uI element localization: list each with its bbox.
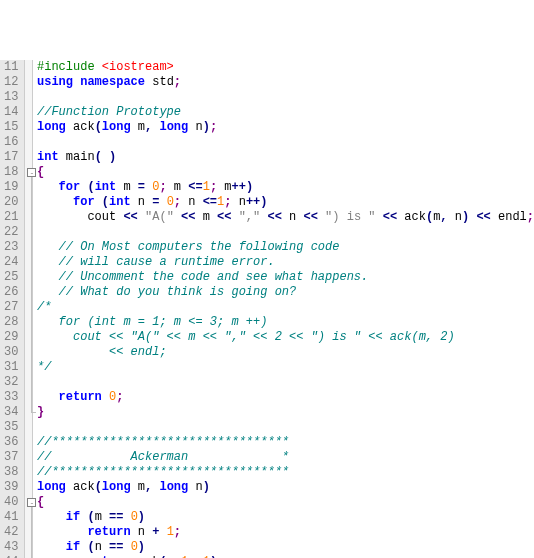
- token-id: endl: [491, 210, 527, 224]
- line-number: 23: [4, 240, 18, 255]
- token-id: [159, 195, 166, 209]
- token-op: <<: [123, 210, 137, 224]
- token-num: 0: [167, 195, 174, 209]
- code-line[interactable]: long ack(long m, long n);: [37, 120, 534, 135]
- code-line[interactable]: [37, 375, 534, 390]
- token-id: n: [448, 210, 462, 224]
- token-op: <=: [203, 195, 217, 209]
- code-line[interactable]: [37, 225, 534, 240]
- line-number: 36: [4, 435, 18, 450]
- code-line[interactable]: [37, 420, 534, 435]
- fold-toggle-icon[interactable]: -: [27, 498, 36, 507]
- code-line[interactable]: << endl;: [37, 345, 534, 360]
- token-id: [37, 510, 66, 524]
- token-kw: if: [66, 540, 80, 554]
- token-id: [159, 525, 166, 539]
- code-line[interactable]: int main( ): [37, 150, 534, 165]
- code-line[interactable]: for (int m = 1; m <= 3; m ++): [37, 315, 534, 330]
- fold-column[interactable]: --: [25, 60, 33, 558]
- token-id: n: [188, 480, 202, 494]
- code-line[interactable]: }: [37, 405, 534, 420]
- line-number: 12: [4, 75, 18, 90]
- token-brace: }: [37, 405, 44, 419]
- line-number: 34: [4, 405, 18, 420]
- code-line[interactable]: //*********************************: [37, 435, 534, 450]
- token-id: [95, 195, 102, 209]
- code-line[interactable]: cout << "A(" << m << "," << 2 << ") is "…: [37, 330, 534, 345]
- code-line[interactable]: //Function Prototype: [37, 105, 534, 120]
- token-op: (: [95, 120, 102, 134]
- token-id: n: [231, 195, 245, 209]
- token-op: <<: [217, 210, 231, 224]
- code-area[interactable]: #include <iostream>using namespace std; …: [33, 60, 534, 558]
- code-line[interactable]: if (n == 0): [37, 540, 534, 555]
- code-line[interactable]: /*: [37, 300, 534, 315]
- token-cmt: << endl;: [37, 345, 167, 359]
- code-line[interactable]: return n + 1;: [37, 525, 534, 540]
- token-op: <=: [188, 180, 202, 194]
- token-id: ack: [397, 210, 426, 224]
- token-kw: long: [102, 120, 131, 134]
- code-line[interactable]: long ack(long m, long n): [37, 480, 534, 495]
- code-line[interactable]: {: [37, 495, 534, 510]
- token-op: ==: [109, 540, 123, 554]
- code-line[interactable]: {: [37, 165, 534, 180]
- code-line[interactable]: using namespace std;: [37, 75, 534, 90]
- token-op: <<: [383, 210, 397, 224]
- code-line[interactable]: #include <iostream>: [37, 60, 534, 75]
- token-op: <<: [304, 210, 318, 224]
- token-semi: ;: [174, 525, 181, 539]
- token-id: ack: [66, 120, 95, 134]
- token-op: =: [138, 180, 145, 194]
- code-line[interactable]: [37, 135, 534, 150]
- token-cmt: // On Most computers the following code: [59, 240, 340, 254]
- line-number: 16: [4, 135, 18, 150]
- token-cmt: for (int m = 1; m <= 3; m ++): [37, 315, 267, 329]
- code-line[interactable]: return 0;: [37, 390, 534, 405]
- code-line[interactable]: // What do you think is going on?: [37, 285, 534, 300]
- token-id: [231, 210, 238, 224]
- token-id: [37, 390, 59, 404]
- token-op: <<: [476, 210, 490, 224]
- token-id: [138, 210, 145, 224]
- token-id: cout: [37, 210, 123, 224]
- token-pp: #include: [37, 60, 102, 74]
- token-cmt: */: [37, 360, 51, 374]
- token-semi: ;: [174, 195, 181, 209]
- token-id: n: [131, 525, 153, 539]
- code-line[interactable]: // will cause a runtime error.: [37, 255, 534, 270]
- code-line[interactable]: //*********************************: [37, 465, 534, 480]
- token-op: ++): [231, 180, 253, 194]
- token-str: ",": [239, 210, 261, 224]
- token-cmt: //*********************************: [37, 465, 289, 479]
- token-kw: long: [102, 480, 131, 494]
- code-line[interactable]: */: [37, 360, 534, 375]
- code-line[interactable]: if (m == 0): [37, 510, 534, 525]
- code-line[interactable]: // On Most computers the following code: [37, 240, 534, 255]
- line-number: 25: [4, 270, 18, 285]
- code-line[interactable]: [37, 90, 534, 105]
- token-kw: return: [59, 390, 102, 404]
- code-line[interactable]: for (int m = 0; m <=1; m++): [37, 180, 534, 195]
- code-line[interactable]: // Ackerman *: [37, 450, 534, 465]
- token-id: m: [167, 180, 189, 194]
- token-op: (: [95, 150, 102, 164]
- line-number: 30: [4, 345, 18, 360]
- code-line[interactable]: cout << "A(" << m << "," << n << ") is "…: [37, 210, 534, 225]
- line-number: 42: [4, 525, 18, 540]
- code-editor[interactable]: 1112131415161718192021222324252627282930…: [0, 60, 534, 558]
- token-id: [37, 255, 59, 269]
- line-number: 35: [4, 420, 18, 435]
- token-str: "A(": [145, 210, 174, 224]
- line-number: 28: [4, 315, 18, 330]
- token-id: [123, 540, 130, 554]
- code-line[interactable]: // Uncomment the code and see what happe…: [37, 270, 534, 285]
- token-kw: if: [66, 510, 80, 524]
- line-number: 39: [4, 480, 18, 495]
- code-line[interactable]: for (int n = 0; n <=1; n++): [37, 195, 534, 210]
- token-op: ++): [246, 195, 268, 209]
- token-num: 1: [203, 180, 210, 194]
- line-number: 41: [4, 510, 18, 525]
- token-semi: ;: [116, 390, 123, 404]
- fold-toggle-icon[interactable]: -: [27, 168, 36, 177]
